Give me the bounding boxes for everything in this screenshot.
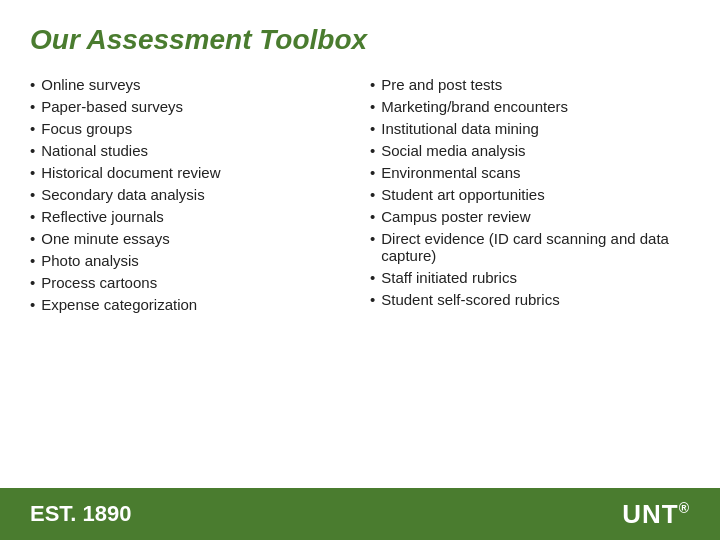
list-item-text: Student self-scored rubrics: [381, 291, 559, 308]
list-item-text: Photo analysis: [41, 252, 139, 269]
list-item: •Staff initiated rubrics: [370, 269, 690, 286]
bullet-icon: •: [30, 230, 35, 247]
bullet-icon: •: [370, 208, 375, 225]
list-item-text: Student art opportunities: [381, 186, 544, 203]
list-item: •Focus groups: [30, 120, 350, 137]
footer: EST. 1890 UNT®: [0, 488, 720, 540]
list-item-text: Online surveys: [41, 76, 140, 93]
list-item-text: Direct evidence (ID card scanning and da…: [381, 230, 690, 264]
list-item-text: Focus groups: [41, 120, 132, 137]
list-item-text: Environmental scans: [381, 164, 520, 181]
list-item-text: National studies: [41, 142, 148, 159]
list-item: •Secondary data analysis: [30, 186, 350, 203]
bullet-icon: •: [370, 269, 375, 286]
list-item-text: Pre and post tests: [381, 76, 502, 93]
bullet-icon: •: [370, 186, 375, 203]
list-item-text: Institutional data mining: [381, 120, 539, 137]
footer-logo: UNT®: [622, 499, 690, 530]
list-item-text: Social media analysis: [381, 142, 525, 159]
list-item: •Student art opportunities: [370, 186, 690, 203]
list-item-text: Historical document review: [41, 164, 220, 181]
bullet-icon: •: [30, 98, 35, 115]
list-item-text: One minute essays: [41, 230, 169, 247]
bullet-icon: •: [370, 230, 375, 247]
bullet-icon: •: [370, 291, 375, 308]
list-item-text: Expense categorization: [41, 296, 197, 313]
page-title: Our Assessment Toolbox: [30, 24, 690, 56]
bullet-icon: •: [370, 164, 375, 181]
columns: •Online surveys•Paper-based surveys•Focu…: [30, 76, 690, 318]
right-column: •Pre and post tests•Marketing/brand enco…: [370, 76, 690, 318]
list-item: •Expense categorization: [30, 296, 350, 313]
left-column: •Online surveys•Paper-based surveys•Focu…: [30, 76, 350, 318]
list-item: •Historical document review: [30, 164, 350, 181]
bullet-icon: •: [370, 142, 375, 159]
list-item-text: Campus poster review: [381, 208, 530, 225]
left-list: •Online surveys•Paper-based surveys•Focu…: [30, 76, 350, 313]
list-item: •Marketing/brand encounters: [370, 98, 690, 115]
bullet-icon: •: [30, 296, 35, 313]
list-item: •Process cartoons: [30, 274, 350, 291]
list-item-text: Marketing/brand encounters: [381, 98, 568, 115]
list-item: •Social media analysis: [370, 142, 690, 159]
bullet-icon: •: [370, 98, 375, 115]
bullet-icon: •: [30, 208, 35, 225]
bullet-icon: •: [30, 76, 35, 93]
list-item: •Student self-scored rubrics: [370, 291, 690, 308]
list-item: •Institutional data mining: [370, 120, 690, 137]
bullet-icon: •: [30, 164, 35, 181]
list-item-text: Secondary data analysis: [41, 186, 204, 203]
list-item: •Environmental scans: [370, 164, 690, 181]
footer-established: EST. 1890: [30, 501, 132, 527]
bullet-icon: •: [30, 186, 35, 203]
list-item: •One minute essays: [30, 230, 350, 247]
list-item-text: Reflective journals: [41, 208, 164, 225]
page: Our Assessment Toolbox •Online surveys•P…: [0, 0, 720, 540]
list-item: •Campus poster review: [370, 208, 690, 225]
bullet-icon: •: [370, 120, 375, 137]
list-item: •Pre and post tests: [370, 76, 690, 93]
list-item-text: Paper-based surveys: [41, 98, 183, 115]
list-item: •Reflective journals: [30, 208, 350, 225]
list-item-text: Staff initiated rubrics: [381, 269, 517, 286]
list-item-text: Process cartoons: [41, 274, 157, 291]
bullet-icon: •: [30, 142, 35, 159]
right-list: •Pre and post tests•Marketing/brand enco…: [370, 76, 690, 308]
bullet-icon: •: [30, 252, 35, 269]
bullet-icon: •: [30, 274, 35, 291]
bullet-icon: •: [30, 120, 35, 137]
list-item: •Online surveys: [30, 76, 350, 93]
main-content: Our Assessment Toolbox •Online surveys•P…: [0, 0, 720, 488]
bullet-icon: •: [370, 76, 375, 93]
list-item: •Paper-based surveys: [30, 98, 350, 115]
list-item: •Direct evidence (ID card scanning and d…: [370, 230, 690, 264]
list-item: •Photo analysis: [30, 252, 350, 269]
list-item: •National studies: [30, 142, 350, 159]
